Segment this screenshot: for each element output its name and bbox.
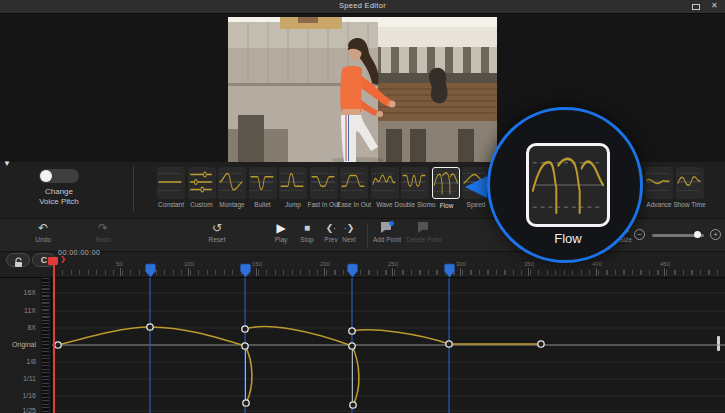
preset-jump[interactable]: Jump — [279, 167, 307, 199]
ease-in-out-curve-icon — [340, 167, 366, 197]
ruler-major-tick — [392, 268, 393, 276]
undo-button[interactable]: ↶ Undo — [23, 221, 63, 243]
magnifier-callout: Flow — [487, 107, 643, 263]
speed-curve-canvas[interactable] — [0, 278, 725, 413]
show-time-curve-icon — [676, 167, 702, 197]
magnified-flow-preset — [526, 143, 610, 227]
curve-point-handle[interactable] — [55, 342, 61, 348]
close-icon[interactable]: ✕ — [711, 1, 718, 10]
ruler-label: 100 — [184, 261, 194, 267]
bullet-curve-icon — [249, 167, 275, 197]
speed-editor-window: Speed Editor ✕ — [0, 0, 725, 413]
lock-icon — [14, 257, 23, 268]
advance-curve-icon — [645, 167, 671, 197]
voice-pitch-label-2: Voice Pitch — [12, 197, 106, 206]
fast-in-out-curve-icon — [310, 167, 336, 197]
ruler-major-tick — [188, 268, 189, 276]
collapse-panel-icon[interactable]: ▼ — [3, 159, 11, 168]
ruler-major-tick — [256, 268, 257, 276]
preset-montage[interactable]: Montage — [218, 167, 246, 199]
delete-point-button[interactable]: Delete Point — [402, 221, 446, 243]
preset-bullet[interactable]: Bullet — [249, 167, 277, 199]
preset-fast-in-out[interactable]: Fast In Out — [310, 167, 338, 199]
flow-curve-icon — [433, 168, 459, 198]
reset-icon: ↺ — [197, 221, 237, 235]
preset-custom[interactable]: Custom — [188, 167, 216, 199]
curve-point-handle[interactable] — [350, 402, 356, 408]
ruler-label: 300 — [456, 261, 466, 267]
magnified-preset-label: Flow — [490, 231, 646, 246]
curve-point-handle[interactable] — [349, 328, 355, 334]
undo-icon: ↶ — [23, 221, 63, 235]
curve-point-handle[interactable] — [242, 326, 248, 332]
montage-curve-icon — [218, 167, 244, 197]
preset-show-time[interactable]: Show Time — [676, 167, 704, 199]
ruler-label: 200 — [320, 261, 330, 267]
maximize-icon[interactable] — [692, 4, 700, 10]
ruler-label: 450 — [660, 261, 670, 267]
preset-advance[interactable]: Advance — [645, 167, 673, 199]
speed-curve-segment — [245, 327, 352, 346]
ruler-major-tick — [596, 268, 597, 276]
preset-flow[interactable]: Flow — [432, 167, 460, 199]
zoom-in-icon[interactable]: + — [710, 229, 721, 240]
ruler-label: 50 — [116, 261, 123, 267]
constant-curve-icon — [157, 167, 183, 197]
curve-point-handle[interactable] — [147, 324, 153, 330]
double-slomo-curve-icon — [401, 167, 427, 197]
lock-button[interactable] — [6, 253, 30, 267]
keyframe-pin[interactable] — [347, 263, 358, 278]
toggle-knob-icon — [40, 170, 52, 182]
redo-icon: ↷ — [83, 221, 123, 235]
ruler-label: 250 — [388, 261, 398, 267]
curve-point-handle[interactable] — [349, 343, 355, 349]
next-icon: ·❯ — [329, 221, 369, 235]
preset-ease-in-out[interactable]: Ease In Out — [340, 167, 368, 199]
playhead-chevron-icon: ❯ — [60, 255, 66, 263]
ruler-major-tick — [120, 268, 121, 276]
custom-curve-icon — [188, 167, 214, 197]
preset-label: Show Time — [660, 201, 720, 208]
playhead-line[interactable] — [53, 257, 55, 413]
next-button[interactable]: ·❯ Next — [329, 221, 369, 243]
ruler-label: 400 — [592, 261, 602, 267]
panel-separator — [133, 166, 134, 212]
preset-double-slomo[interactable]: Double Slomo — [401, 167, 429, 199]
speed-curve-segment — [245, 346, 252, 403]
ruler-major-tick — [528, 268, 529, 276]
jump-curve-icon — [279, 167, 305, 197]
curve-point-handle[interactable] — [538, 341, 544, 347]
preset-constant[interactable]: Constant — [157, 167, 185, 199]
ruler-label: 350 — [524, 261, 534, 267]
curve-point-handle[interactable] — [446, 341, 452, 347]
curve-point-handle[interactable] — [243, 400, 249, 406]
video-preview — [228, 17, 497, 162]
preset-wave[interactable]: Wave — [371, 167, 399, 199]
window-title: Speed Editor — [0, 1, 725, 10]
magnifier-arrow-icon — [463, 174, 489, 200]
ruler-major-tick — [460, 268, 461, 276]
keyframe-pin[interactable] — [145, 263, 156, 278]
ruler-label: 150 — [252, 261, 262, 267]
playhead-handle[interactable] — [48, 257, 58, 265]
curve-point-handle[interactable] — [242, 343, 248, 349]
ruler-major-tick — [664, 268, 665, 276]
delete-point-icon — [402, 221, 446, 235]
keyframe-pin[interactable] — [240, 263, 251, 278]
keyframe-pin[interactable] — [444, 263, 455, 278]
reset-button[interactable]: ↺ Reset — [197, 221, 237, 243]
wave-curve-icon — [371, 167, 397, 197]
voice-pitch-label-1: Change — [12, 187, 106, 196]
ruler-major-tick — [324, 268, 325, 276]
redo-button[interactable]: ↷ Redo — [83, 221, 123, 243]
